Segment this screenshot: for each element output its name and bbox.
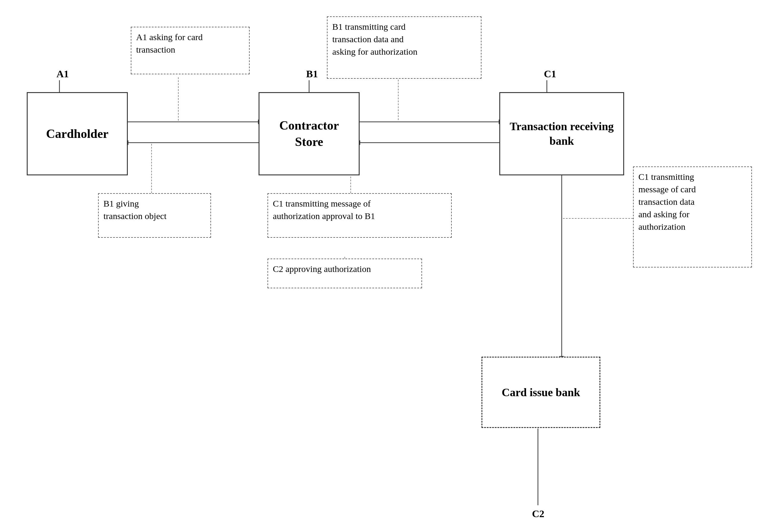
label-b1: B1 (306, 68, 318, 80)
note-c1-transmitting-approval: C1 transmitting message ofauthorization … (268, 193, 452, 238)
note-c2-approving: C2 approving authorization (268, 259, 422, 288)
contractor-store-box: ContractorStore (259, 92, 360, 175)
note-a1-asking: A1 asking for cardtransaction (131, 27, 250, 74)
transaction-bank-box: Transaction receivingbank (499, 92, 624, 175)
label-c1: C1 (544, 68, 556, 80)
note-b1-transmitting: B1 transmitting cardtransaction data and… (327, 16, 481, 79)
label-a1: A1 (56, 68, 69, 80)
note-c1-transmitting-card: C1 transmittingmessage of cardtransactio… (633, 167, 752, 267)
label-c2: C2 (532, 508, 544, 520)
diagram-container: Cardholder ContractorStore Transaction r… (0, 0, 765, 532)
note-b1-giving: B1 givingtransaction object (98, 193, 211, 238)
card-issue-bank-box: Card issue bank (481, 357, 600, 428)
cardholder-box: Cardholder (27, 92, 128, 175)
